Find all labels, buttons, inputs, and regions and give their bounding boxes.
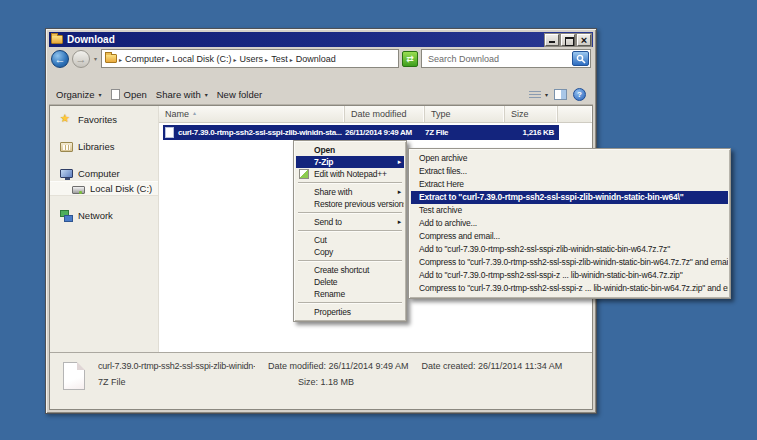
context-menu-item[interactable]	[298, 212, 402, 214]
submenu-open-archive[interactable]: Open archive	[411, 152, 728, 165]
window-folder-icon	[51, 35, 63, 44]
breadcrumb-separator-icon[interactable]	[290, 54, 293, 64]
breadcrumb-separator-icon[interactable]	[167, 54, 170, 64]
context-menu-item[interactable]	[298, 302, 402, 304]
breadcrumb-separator-icon[interactable]	[234, 54, 237, 64]
open-button[interactable]: Open	[111, 89, 147, 100]
column-header-filler[interactable]	[558, 106, 592, 122]
submenu-extract-here[interactable]: Extract Here	[411, 178, 728, 191]
context-menu-item[interactable]	[298, 182, 402, 184]
submenu-add-to-7z[interactable]: Add to "curl-7.39.0-rtmp-ssh2-ssl-sspi-z…	[411, 243, 728, 256]
submenu-compress-and-email[interactable]: Compress and email...	[411, 230, 728, 243]
context-menu-send-to[interactable]: Send to	[296, 216, 404, 228]
navigation-pane: Favorites Libraries Computer Local Disk …	[50, 106, 159, 352]
context-menu-open[interactable]: Open	[296, 144, 404, 156]
submenu-compress-to-7z-and-email[interactable]: Compress to "curl-7.39.0-rtmp-ssh2-ssl-s…	[411, 256, 728, 269]
menu-item-icon	[299, 289, 309, 299]
file-icon	[111, 89, 120, 100]
context-menu-share-with[interactable]: Share with	[296, 186, 404, 198]
submenu-arrow-icon	[398, 186, 401, 198]
breadcrumb-item-computer[interactable]: Computer	[119, 54, 165, 64]
context-menu: Open 7-Zip Edit with Notepad++ Share wit…	[293, 140, 407, 322]
details-date-created: Date created: 26/11/2014 11:34 AM	[421, 361, 562, 371]
context-menu-properties[interactable]: Properties	[296, 306, 404, 318]
submenu-extract-to-folder[interactable]: Extract to "curl-7.39.0-rtmp-ssh2-ssl-ss…	[411, 191, 728, 204]
new-folder-button[interactable]: New folder	[217, 89, 262, 100]
context-menu-create-shortcut[interactable]: Create shortcut	[296, 264, 404, 276]
menu-bar	[49, 70, 593, 85]
column-header-type[interactable]: Type	[425, 106, 505, 122]
organize-button[interactable]: Organize ▾	[56, 89, 102, 100]
details-size: Size: 1.18 MB	[298, 377, 408, 387]
breadcrumb-item-download[interactable]: Download	[290, 54, 336, 64]
breadcrumb-separator-icon[interactable]	[119, 54, 122, 64]
change-view-button[interactable]: ▾	[529, 91, 548, 98]
preview-pane-button[interactable]	[554, 89, 567, 100]
submenu-test-archive[interactable]: Test archive	[411, 204, 728, 217]
sidebar-item-icon	[60, 210, 73, 221]
file-type: 7Z File	[425, 128, 503, 137]
sidebar-item-network[interactable]: Network	[50, 208, 158, 223]
title-bar[interactable]: Download	[49, 32, 593, 47]
back-button[interactable]: ←	[51, 50, 69, 68]
column-header-date-modified[interactable]: Date modified	[345, 106, 425, 122]
file-date-modified: 26/11/2014 9:49 AM	[345, 128, 425, 137]
context-menu-edit-with-notepadpp[interactable]: Edit with Notepad++	[296, 168, 404, 180]
7zip-submenu: Open archive Extract files... Extract He…	[408, 148, 731, 299]
desktop: { "colors": { "desktop_bg": "#3A699E", "…	[0, 0, 757, 440]
column-header-name[interactable]: Name	[159, 106, 345, 122]
breadcrumb-item-local-disk-c[interactable]: Local Disk (C:)	[167, 54, 232, 64]
command-toolbar: Organize ▾ Open Share with ▾ New folder …	[49, 85, 593, 105]
menu-item-icon	[299, 217, 309, 227]
context-menu-copy[interactable]: Copy	[296, 246, 404, 258]
file-row-selected[interactable]: curl-7.39.0-rtmp-ssh2-ssl-sspi-zlib-wini…	[163, 125, 559, 140]
breadcrumb-item-users[interactable]: Users	[234, 54, 264, 64]
menu-item-icon	[299, 265, 309, 275]
file-size: 1,216 KB	[503, 128, 559, 137]
maximize-button[interactable]	[561, 34, 575, 46]
context-menu-7zip[interactable]: 7-Zip	[296, 156, 404, 168]
menu-item-icon	[299, 187, 309, 197]
forward-button[interactable]: →	[72, 50, 90, 68]
file-name: curl-7.39.0-rtmp-ssh2-ssl-sspi-zlib-wini…	[178, 128, 342, 137]
menu-item-icon	[299, 199, 309, 209]
breadcrumb-folder-icon	[105, 54, 117, 63]
recent-pages-dropdown-icon[interactable]: ▾	[93, 55, 98, 62]
context-menu-item[interactable]	[298, 260, 402, 262]
context-menu-item[interactable]	[298, 230, 402, 232]
breadcrumb-item-test[interactable]: Test	[265, 54, 288, 64]
details-pane: curl-7.39.0-rtmp-ssh2-ssl-sspi-zlib-wini…	[50, 352, 592, 409]
menu-item-icon	[299, 235, 309, 245]
submenu-arrow-icon	[398, 156, 401, 168]
help-button[interactable]: ?	[573, 88, 586, 101]
breadcrumb[interactable]: Computer Local Disk (C:) Users Test Down…	[101, 49, 399, 68]
sidebar-item-icon	[60, 114, 73, 125]
menu-item-icon	[299, 247, 309, 257]
sort-ascending-icon	[193, 109, 196, 119]
sidebar-item-local-disk-c[interactable]: Local Disk (C:)	[50, 181, 158, 196]
refresh-button[interactable]: ⇄	[402, 51, 418, 67]
column-header-size[interactable]: Size	[505, 106, 558, 122]
chevron-down-icon: ▾	[205, 91, 208, 98]
search-input[interactable]: Search Download	[421, 49, 591, 68]
minimize-button[interactable]	[545, 34, 559, 46]
share-with-button[interactable]: Share with ▾	[156, 89, 208, 100]
context-menu-restore-previous-versions[interactable]: Restore previous versions	[296, 198, 404, 210]
context-menu-delete[interactable]: Delete	[296, 276, 404, 288]
close-button[interactable]	[577, 34, 591, 46]
context-menu-cut[interactable]: Cut	[296, 234, 404, 246]
details-date-modified: Date modified: 26/11/2014 9:49 AM	[268, 361, 408, 371]
sidebar-item-libraries[interactable]: Libraries	[50, 139, 158, 154]
search-button[interactable]	[572, 51, 589, 66]
submenu-compress-to-zip-and-email[interactable]: Compress to "curl-7.39.0-rtmp-ssh2-ssl-s…	[411, 282, 728, 295]
submenu-add-to-archive[interactable]: Add to archive...	[411, 217, 728, 230]
submenu-extract-files[interactable]: Extract files...	[411, 165, 728, 178]
address-bar: ← → ▾ Computer Local Disk (C:) Users Tes…	[49, 47, 593, 70]
sidebar-item-computer[interactable]: Computer	[50, 166, 158, 181]
submenu-add-to-zip[interactable]: Add to "curl-7.39.0-rtmp-ssh2-ssl-sspi-z…	[411, 269, 728, 282]
sidebar-item-favorites[interactable]: Favorites	[50, 112, 158, 127]
details-file-type: 7Z File	[98, 377, 255, 387]
search-icon	[576, 54, 586, 64]
breadcrumb-separator-icon[interactable]	[265, 54, 268, 64]
context-menu-rename[interactable]: Rename	[296, 288, 404, 300]
